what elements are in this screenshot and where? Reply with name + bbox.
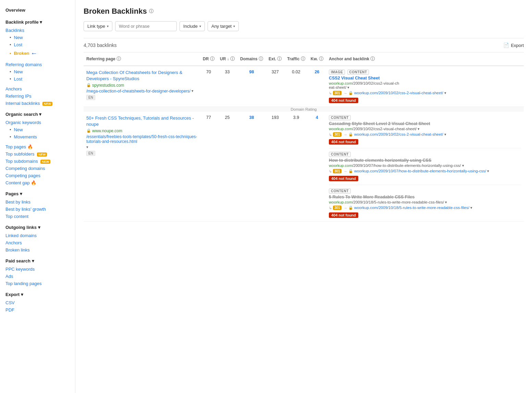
link-type-dropdown[interactable]: Link type ▾ [84,21,112,31]
redirect-url-2-3[interactable]: woorkup.com/2009/10/18/5-rules-to-write-… [354,206,469,210]
sidebar-organic-kw-movements[interactable]: Movements [0,133,75,140]
anchor-separator-2 [329,185,521,185]
sidebar-best-by-links[interactable]: Best by links [0,198,75,206]
title-info-icon[interactable]: ⓘ [149,8,153,14]
url-dropdown-1[interactable]: ▾ [191,89,194,93]
anchor-link-title-2-1[interactable]: Cascading Style Sheet Level 2 Visual Che… [329,121,521,126]
fire-icon: 🔥 [27,144,33,149]
tag-content-2-2: CONTENT [329,152,351,157]
col-info-kw[interactable]: ⓘ [319,56,323,61]
kw-value-1[interactable]: 26 [314,70,319,74]
badge-301-2-2: 301 [333,169,342,173]
sidebar-referring-domains-new[interactable]: New [0,68,75,75]
referring-title-link-2[interactable]: 50+ Fresh CSS Techniques, Tutorials and … [86,115,197,127]
referring-title-link-1[interactable]: Mega Collection Of Cheatsheets for Desig… [86,70,197,82]
sidebar-referring-ips[interactable]: Referring IPs [0,93,75,100]
any-target-dropdown[interactable]: Any target ▾ [208,21,239,31]
include-dropdown[interactable]: Include ▾ [180,21,205,31]
sidebar-ads[interactable]: Ads [0,273,75,280]
sidebar-top-subdomains[interactable]: Top subdomains NEW [0,158,75,165]
url-path-1[interactable]: /mega-collection-of-cheatsheets-for-desi… [86,89,190,94]
sidebar-backlinks-lost[interactable]: Lost [0,41,75,48]
col-info-dr[interactable]: ⓘ [210,56,214,61]
sidebar-backlinks-new[interactable]: New [0,34,75,41]
col-header-anchor: Anchor and backlink ⓘ [326,52,524,66]
sidebar-linked-domains[interactable]: Linked domains [0,232,75,239]
col-info-domains[interactable]: ⓘ [259,56,263,61]
tag-image: IMAGE [329,70,345,75]
sidebar-broken-links[interactable]: Broken links [0,246,75,254]
anchor-dropdown-2-1[interactable]: ▾ [418,127,420,131]
sidebar-backlink-profile[interactable]: Backlink profile ▾ [0,17,75,27]
redirect-url-1-1[interactable]: woorkup.com/2009/10/02/css-2-visual-chea… [354,91,443,95]
sidebar-top-subfolders[interactable]: Top subfolders NEW [0,150,75,158]
lang-badge-1: EN [86,95,95,100]
sidebar-best-by-links-growth[interactable]: Best by links' growth [0,206,75,213]
sidebar-export-pdf[interactable]: PDF [0,306,75,314]
sidebar-organic-search[interactable]: Organic search ▾ [0,110,75,119]
domain-1[interactable]: spyrestudios.com [92,83,124,88]
sidebar-internal-backlinks[interactable]: Internal backlinks NEW [0,100,75,107]
sidebar-outgoing-links[interactable]: Outgoing links ▾ [0,223,75,232]
anchor-dropdown-2-2[interactable]: ▾ [462,163,464,168]
domains-value-2[interactable]: 38 [249,115,254,120]
sidebar-organic-kw-new[interactable]: New [0,126,75,133]
anchor-dropdown-2-3[interactable]: ▾ [445,200,447,204]
sidebar-export[interactable]: Export ▾ [0,290,75,299]
anchor-link-title-2-2[interactable]: How to distribute elements horizontally … [329,158,521,163]
kw-value-2[interactable]: 4 [316,115,318,120]
sidebar-content-gap[interactable]: Content gap 🔥 [0,179,75,186]
sidebar-competing-domains[interactable]: Competing domains [0,165,75,172]
word-phrase-input[interactable] [115,21,177,31]
dr-value-2: 77 [206,115,211,120]
sidebar-referring-domains[interactable]: Referring domains [0,61,75,68]
url-dropdown-2[interactable]: ▾ [86,145,88,149]
export-button[interactable]: 📄 Export [503,42,524,48]
redirect-dropdown-2-2[interactable]: ▾ [487,169,489,173]
toolbar: Link type ▾ Include ▾ Any target ▾ [84,21,524,31]
sidebar-competing-pages[interactable]: Competing pages [0,172,75,179]
anchor-dropdown-1-1[interactable]: ▾ [347,85,349,89]
sidebar-top-landing-pages[interactable]: Top landing pages [0,280,75,287]
cell-ext-2: 193 [266,112,284,222]
sidebar-backlinks-broken[interactable]: Broken ← [0,48,43,58]
col-info-ext[interactable]: ⓘ [277,56,282,61]
sidebar-top-content[interactable]: Top content [0,213,75,220]
sidebar-paid-search[interactable]: Paid search ▾ [0,256,75,266]
lock-icon-2: 🔒 [86,128,91,133]
sidebar-pages[interactable]: Pages ▾ [0,189,75,198]
sidebar-top-pages[interactable]: Top pages 🔥 [0,143,75,150]
redirect-url-2-2[interactable]: woorkup.com/2009/10/07/how-to-distribute… [354,169,486,173]
col-info-traffic[interactable]: ⓘ [301,56,305,61]
col-info-anchor[interactable]: ⓘ [370,56,375,61]
sidebar-overview[interactable]: Overview [0,5,75,15]
col-header-referring: Referring page ⓘ [84,52,200,66]
sidebar-ppc-keywords[interactable]: PPC keywords [0,266,75,273]
url-path-2[interactable]: /essentials/freebies-tools-templates/50-… [86,134,197,144]
redirect-dropdown-2-3[interactable]: ▾ [470,206,472,210]
sidebar-anchors[interactable]: Anchors [0,85,75,93]
col-header-ur[interactable]: UR ↓ ⓘ [217,52,237,66]
sidebar-anchors-out[interactable]: Anchors [0,239,75,246]
arrow-right-icon-4: → [344,206,347,210]
new-badge-subdomains: NEW [40,160,50,164]
redirect-dropdown-1-1[interactable]: ▾ [444,91,446,95]
sidebar-organic-keywords[interactable]: Organic keywords [0,119,75,126]
domain-2[interactable]: www.noupe.com [92,128,122,133]
col-info-ur[interactable]: ⓘ [230,56,235,61]
table-row: 50+ Fresh CSS Techniques, Tutorials and … [84,112,524,222]
redirect-url-2-1[interactable]: woorkup.com/2009/10/02/css-2-visual-chea… [354,132,443,136]
col-info-referring[interactable]: ⓘ [116,56,121,61]
sidebar-backlinks[interactable]: Backlinks [0,27,75,34]
anchor-domain-1-1: woorkup.com [329,81,352,85]
domains-value-1[interactable]: 98 [249,70,254,74]
badge-404-2-3: 404 not found [329,212,358,218]
anchor-link-title-2-3[interactable]: 5 Rules To Write More Readable CSS Files [329,195,521,199]
tag-content-2-3: CONTENT [329,188,351,194]
anchor-entry-2-1: CONTENT Cascading Style Sheet Level 2 Vi… [329,115,521,145]
redirect-dropdown-2-1[interactable]: ▾ [444,132,446,137]
sidebar-referring-domains-lost[interactable]: Lost [0,75,75,83]
sidebar-export-csv[interactable]: CSV [0,299,75,306]
anchor-link-title-1-1[interactable]: CSS2 Visual Cheat Sheet [329,76,521,81]
anchor-path-1-1: /2009/10/02/css2-visual-ch [352,81,399,85]
